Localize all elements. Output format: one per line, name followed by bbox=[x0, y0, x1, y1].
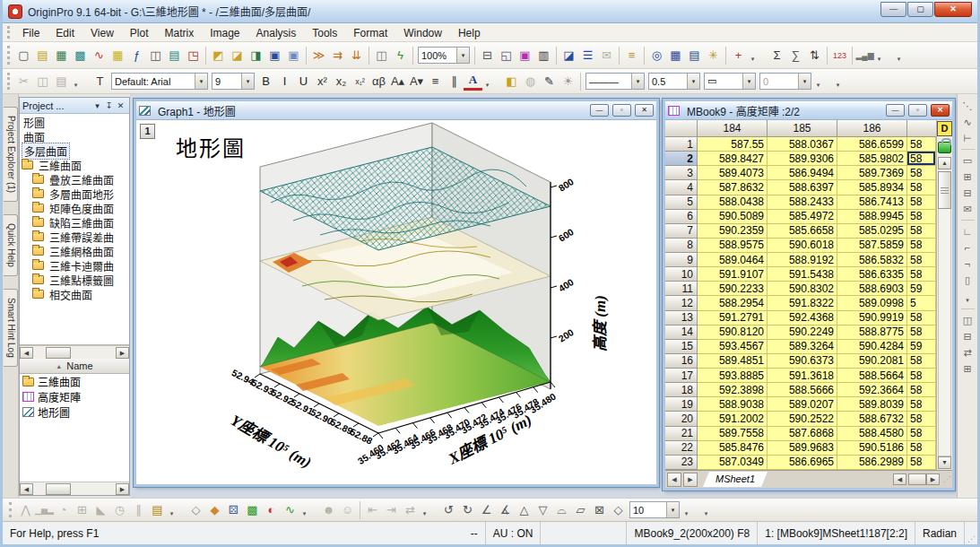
matrix-cell[interactable]: 58 bbox=[907, 210, 936, 224]
tree-folder[interactable]: 三維帶誤差曲 bbox=[20, 230, 129, 244]
matrix-cell[interactable]: 590.8120 bbox=[698, 326, 768, 340]
scroll-thumb[interactable] bbox=[908, 473, 926, 485]
more-standard-chevron[interactable]: ▾ bbox=[748, 47, 758, 65]
more-column-chevron[interactable]: ▾ bbox=[874, 47, 884, 65]
vscroll-track[interactable] bbox=[938, 209, 951, 456]
matrix-cell[interactable]: 589.3264 bbox=[768, 340, 837, 354]
scroll-right-icon[interactable]: ▶ bbox=[116, 347, 129, 359]
status-angle-unit[interactable]: Radian bbox=[915, 522, 965, 544]
matrix-row-header[interactable]: 21 bbox=[665, 427, 698, 441]
perspective-cube-icon[interactable]: ◇ bbox=[609, 500, 628, 519]
spacing-icon[interactable]: ∥ bbox=[445, 72, 464, 91]
matrix-cell[interactable]: 589.4851 bbox=[698, 354, 768, 369]
chevron-down-icon[interactable]: ▾ bbox=[241, 74, 254, 89]
matrix-cell[interactable]: 590.4284 bbox=[837, 340, 907, 354]
matrix-cell[interactable]: 586.9494 bbox=[768, 166, 837, 180]
column-chart-icon[interactable]: ▁▅▂ bbox=[35, 500, 54, 519]
arrange-vertical-icon[interactable]: ⊟ bbox=[959, 328, 976, 344]
import-multiple-ascii-icon[interactable]: ⇊ bbox=[347, 46, 366, 65]
matrix-row-header[interactable]: 10 bbox=[665, 267, 698, 282]
profile-plot-icon[interactable]: ∿ bbox=[281, 500, 299, 519]
font-button-icon[interactable]: T bbox=[91, 72, 109, 91]
template-library-icon[interactable]: ▤ bbox=[148, 500, 167, 519]
new-matrix-icon[interactable]: ▩ bbox=[71, 46, 90, 65]
more-bottom-chevron[interactable]: ▾ bbox=[701, 501, 711, 519]
run-script-icon[interactable]: ϟ bbox=[391, 46, 410, 65]
arrange-layers-icon[interactable]: ☰ bbox=[578, 46, 597, 65]
bold-icon[interactable]: B bbox=[256, 72, 275, 91]
matrix-cell[interactable]: 585.0295 bbox=[837, 224, 907, 239]
line-plot-icon[interactable]: ⋀ bbox=[16, 500, 35, 519]
tree-item[interactable]: 多层曲面 bbox=[20, 143, 129, 158]
matrix-cell[interactable]: 5 bbox=[907, 296, 936, 310]
matrix-cell[interactable]: 590.9919 bbox=[837, 311, 907, 326]
matrix-row-header[interactable]: 19 bbox=[665, 397, 698, 412]
axis-frame-br-icon[interactable]: ¬ bbox=[959, 256, 976, 272]
matrix-cell[interactable]: 589.0998 bbox=[837, 296, 907, 310]
matrix-cell[interactable]: 587.0349 bbox=[698, 456, 768, 470]
matrix-cell[interactable]: 588.0438 bbox=[698, 195, 768, 210]
scroll-down-icon[interactable]: ▼ bbox=[938, 456, 951, 469]
matrix-cell[interactable]: 590.2249 bbox=[768, 326, 837, 340]
edit-button-icon[interactable]: ◪ bbox=[559, 46, 578, 65]
scroll-right-icon[interactable]: ▶ bbox=[926, 473, 940, 485]
sort-icon[interactable]: ⇅ bbox=[805, 46, 824, 65]
paste-icon[interactable]: ▤ bbox=[52, 72, 71, 91]
sheet-prev-icon[interactable]: ◀ bbox=[667, 473, 681, 487]
chevron-down-icon[interactable]: ▾ bbox=[456, 48, 469, 63]
move-data-right-icon[interactable]: ⇥ bbox=[382, 500, 401, 519]
unmask-data-icon[interactable]: ☺ bbox=[338, 500, 357, 519]
line-width-combo[interactable]: 0.5▾ bbox=[648, 73, 700, 90]
more-format-chevron[interactable]: ▾ bbox=[482, 73, 492, 91]
border-style-combo[interactable]: ▭▾ bbox=[704, 73, 756, 90]
superscript-icon[interactable]: x² bbox=[313, 72, 332, 91]
panel-pin-icon[interactable]: ↧ bbox=[103, 101, 115, 110]
matrix-cell[interactable]: 586.6599 bbox=[837, 137, 907, 152]
matrix-cell[interactable]: 588.6732 bbox=[837, 412, 907, 426]
tilt-left-icon[interactable]: ∠ bbox=[477, 500, 496, 519]
chevron-down-icon[interactable]: ▾ bbox=[666, 502, 679, 517]
chevron-down-icon[interactable]: ▾ bbox=[687, 74, 699, 89]
new-layout-icon[interactable]: ◫ bbox=[146, 46, 165, 65]
matrix-cell[interactable]: 585.8476 bbox=[698, 441, 768, 456]
new-graph-icon[interactable]: ∿ bbox=[90, 46, 108, 65]
matrix-cell[interactable]: 58 bbox=[907, 397, 936, 412]
matrix-cell[interactable]: 592.3898 bbox=[698, 383, 768, 397]
zoom-in-icon[interactable]: ◎ bbox=[647, 46, 666, 65]
stretch-axis-icon[interactable]: ⊠ bbox=[590, 500, 609, 519]
matrix-cell[interactable]: 588.9038 bbox=[698, 397, 768, 412]
scale-tool-icon[interactable]: ⊢ bbox=[959, 130, 976, 146]
matrix-row-header[interactable]: 5 bbox=[665, 195, 698, 210]
new-matrix-sheet-icon[interactable]: ▦ bbox=[108, 46, 127, 65]
rescale-tool-icon[interactable]: ⇄ bbox=[401, 500, 420, 519]
save-window-icon[interactable]: ▣ bbox=[284, 46, 303, 65]
matrix-row-header[interactable]: 1 bbox=[665, 137, 698, 152]
menu-image[interactable]: Image bbox=[202, 25, 247, 41]
matrix-cell[interactable]: 592.4368 bbox=[768, 311, 837, 326]
matrix-cell[interactable]: 58 bbox=[907, 239, 936, 253]
close-button[interactable]: ✕ bbox=[934, 2, 972, 17]
z-axis-label[interactable]: 高度 (m) bbox=[592, 295, 609, 352]
line-color-icon[interactable]: ✎ bbox=[540, 72, 559, 91]
pattern-color-icon[interactable]: ◍ bbox=[521, 72, 540, 91]
menu-matrix[interactable]: Matrix bbox=[157, 25, 203, 41]
box-chart-icon[interactable]: ⊞ bbox=[73, 500, 91, 519]
tree-folder[interactable]: 相交曲面 bbox=[20, 287, 129, 301]
rotation-angle-combo[interactable]: 10▾ bbox=[629, 501, 680, 518]
docked-tab-smart-hint-log[interactable]: Smart Hint Log bbox=[4, 289, 18, 367]
alignment-icon[interactable]: ≡ bbox=[426, 72, 445, 91]
matrix-cell[interactable]: 586.6965 bbox=[768, 456, 837, 470]
title-bar[interactable]: OriginPro 9.1 64-bit - G:\三維地形圖 * - /三維曲… bbox=[3, 0, 977, 23]
matrix-cell[interactable]: 589.8427 bbox=[698, 152, 768, 166]
matrix-cell[interactable]: 59 bbox=[907, 282, 936, 296]
matrix-cell[interactable]: 588.5666 bbox=[768, 383, 837, 397]
matrix-row-header[interactable]: 15 bbox=[665, 340, 698, 354]
panel-close-icon[interactable]: ✕ bbox=[115, 101, 126, 110]
matrix-cell[interactable]: 58 bbox=[907, 137, 936, 152]
matrix-cell[interactable]: 585.9802 bbox=[837, 152, 907, 166]
matrix-cell[interactable]: 58 bbox=[907, 166, 936, 180]
scroll-thumb[interactable] bbox=[46, 347, 71, 359]
area-chart-icon[interactable]: ◣ bbox=[91, 500, 110, 519]
matrix-cell[interactable]: 592.3664 bbox=[837, 383, 907, 397]
scroll-left-icon[interactable]: ◀ bbox=[893, 473, 906, 485]
